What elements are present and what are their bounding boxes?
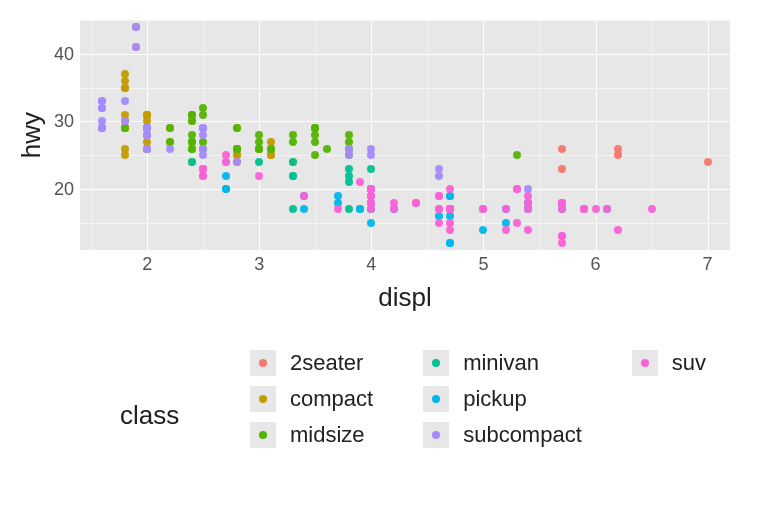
point: [121, 97, 129, 105]
gridline-h: [80, 54, 730, 55]
point: [367, 219, 375, 227]
point: [233, 124, 241, 132]
point: [166, 124, 174, 132]
legend-key-icon: [423, 422, 449, 448]
point: [558, 232, 566, 240]
legend-item: suv: [632, 350, 706, 376]
point: [648, 205, 656, 213]
point: [345, 165, 353, 173]
point: [614, 226, 622, 234]
point: [289, 158, 297, 166]
point: [255, 158, 263, 166]
point: [592, 205, 600, 213]
legend-item: midsize: [250, 422, 373, 448]
point: [143, 124, 151, 132]
point: [311, 124, 319, 132]
x-tick-label: 6: [576, 254, 616, 275]
point: [513, 151, 521, 159]
x-tick-label: 7: [688, 254, 728, 275]
point: [255, 172, 263, 180]
point: [435, 219, 443, 227]
point: [132, 43, 140, 51]
point: [199, 124, 207, 132]
point: [222, 172, 230, 180]
point: [311, 138, 319, 146]
point: [580, 205, 588, 213]
legend-label: minivan: [463, 350, 539, 376]
point: [222, 185, 230, 193]
legend-label: midsize: [290, 422, 365, 448]
point: [132, 23, 140, 31]
point: [412, 199, 420, 207]
point: [367, 151, 375, 159]
point: [188, 145, 196, 153]
legend-label: suv: [672, 350, 706, 376]
point: [199, 165, 207, 173]
point: [345, 205, 353, 213]
point: [121, 151, 129, 159]
point: [367, 165, 375, 173]
point: [255, 145, 263, 153]
gridline-h: [80, 121, 730, 122]
point: [143, 111, 151, 119]
point: [479, 205, 487, 213]
point: [289, 138, 297, 146]
point: [704, 158, 712, 166]
point: [446, 205, 454, 213]
legend-key-icon: [423, 386, 449, 412]
point: [356, 178, 364, 186]
point: [390, 205, 398, 213]
legend-title: class: [120, 400, 179, 431]
scatter-chart: hwy displ class 2seatercompactmidsizemin…: [0, 0, 768, 512]
point: [199, 151, 207, 159]
point: [435, 172, 443, 180]
point: [98, 97, 106, 105]
plot-panel: [80, 20, 730, 250]
point: [188, 158, 196, 166]
point: [356, 205, 364, 213]
point: [614, 151, 622, 159]
point: [300, 192, 308, 200]
point: [143, 145, 151, 153]
legend-label: 2seater: [290, 350, 363, 376]
point: [334, 205, 342, 213]
point: [524, 192, 532, 200]
legend-key-icon: [423, 350, 449, 376]
point: [446, 219, 454, 227]
legend-item: minivan: [423, 350, 582, 376]
legend-label: subcompact: [463, 422, 582, 448]
point: [558, 165, 566, 173]
point: [98, 117, 106, 125]
x-tick-label: 3: [239, 254, 279, 275]
x-axis-label: displ: [80, 282, 730, 313]
legend-item: pickup: [423, 386, 582, 412]
legend-item: compact: [250, 386, 373, 412]
point: [121, 117, 129, 125]
point: [446, 239, 454, 247]
point: [233, 158, 241, 166]
point: [166, 145, 174, 153]
point: [289, 172, 297, 180]
legend-key-icon: [250, 386, 276, 412]
x-tick-label: 4: [351, 254, 391, 275]
legend-key-icon: [632, 350, 658, 376]
point: [524, 226, 532, 234]
point: [367, 199, 375, 207]
legend-item: 2seater: [250, 350, 373, 376]
point: [188, 111, 196, 119]
point: [558, 145, 566, 153]
point: [502, 226, 510, 234]
point: [300, 205, 308, 213]
point: [558, 199, 566, 207]
point: [513, 219, 521, 227]
point: [502, 205, 510, 213]
legend-label: pickup: [463, 386, 527, 412]
point: [513, 185, 521, 193]
y-tick-label: 20: [40, 179, 74, 200]
legend-label: compact: [290, 386, 373, 412]
point: [345, 178, 353, 186]
legend-key-icon: [250, 350, 276, 376]
point: [367, 185, 375, 193]
point: [199, 104, 207, 112]
point: [435, 205, 443, 213]
